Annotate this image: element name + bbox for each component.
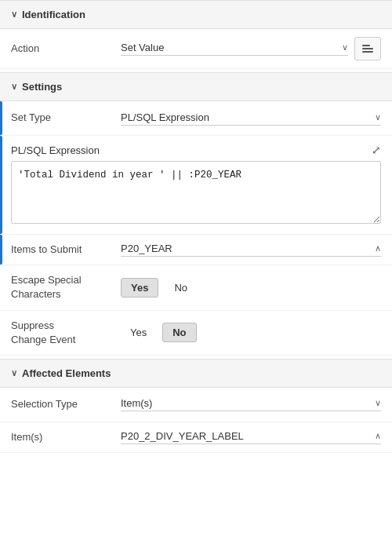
set-type-row: Set Type PL/SQL Expression ∨ — [0, 101, 392, 136]
items-submit-input[interactable]: P20_YEAR ∧ — [121, 243, 381, 257]
blue-accent-bar — [0, 101, 2, 135]
suppress-no-button[interactable]: No — [162, 323, 196, 342]
items-submit-field-value: P20_YEAR ∧ — [121, 243, 381, 257]
suppress-row: Suppress Change Event Yes No — [0, 311, 392, 356]
action-label: Action — [11, 42, 121, 56]
pl-sql-label: PL/SQL Expression — [11, 144, 100, 156]
selection-type-label: Selection Type — [11, 397, 121, 411]
affected-elements-title: Affected Elements — [22, 367, 111, 379]
pl-sql-row: PL/SQL Expression ⤢ 'Total Dividend in y… — [0, 136, 392, 235]
selection-type-value: Item(s) — [121, 397, 152, 409]
set-type-label: Set Type — [11, 111, 121, 125]
affected-elements-header[interactable]: ∨ Affected Elements — [0, 359, 392, 388]
set-type-chevron-down-icon: ∨ — [375, 112, 381, 122]
identification-header[interactable]: ∨ Identification — [0, 0, 392, 29]
set-type-field-value: PL/SQL Expression ∨ — [121, 111, 381, 126]
selection-type-select[interactable]: Item(s) ∨ — [121, 397, 381, 411]
list-icon — [362, 45, 373, 53]
escape-label: Escape Special Characters — [11, 273, 121, 301]
action-selected-value: Set Value — [121, 42, 164, 53]
items-submit-value: P20_YEAR — [121, 243, 172, 254]
selection-type-chevron-down-icon: ∨ — [375, 398, 381, 408]
items-row-label: Item(s) — [11, 430, 121, 444]
items-row-field-value: P20_2_DIV_YEAR_LABEL ∧ — [121, 430, 381, 444]
pl-sql-expand-icon[interactable]: ⤢ — [372, 144, 381, 156]
action-field-value: Set Value ∨ — [121, 37, 381, 60]
items-submit-chevron-up-icon: ∧ — [375, 243, 381, 254]
items-row: Item(s) P20_2_DIV_YEAR_LABEL ∧ — [0, 422, 392, 453]
suppress-label: Suppress Change Event — [11, 319, 121, 347]
pl-sql-blue-bar — [0, 136, 2, 234]
items-row-input[interactable]: P20_2_DIV_YEAR_LABEL ∧ — [121, 430, 381, 444]
selection-type-row: Selection Type Item(s) ∨ — [0, 388, 392, 422]
selection-type-field-value: Item(s) ∨ — [121, 397, 381, 411]
action-list-button[interactable] — [354, 37, 381, 60]
suppress-field-value: Yes No — [121, 323, 381, 342]
items-submit-row: Items to Submit P20_YEAR ∧ — [0, 235, 392, 265]
items-row-value: P20_2_DIV_YEAR_LABEL — [121, 430, 244, 442]
escape-no-button[interactable]: No — [165, 279, 197, 297]
escape-field-value: Yes No — [121, 278, 381, 298]
items-submit-label: Items to Submit — [11, 243, 121, 257]
pl-sql-textarea[interactable]: 'Total Dividend in year ' || :P20_YEAR — [11, 161, 381, 224]
set-type-selected-value: PL/SQL Expression — [121, 111, 209, 123]
identification-chevron-icon: ∨ — [11, 9, 17, 20]
escape-row: Escape Special Characters Yes No — [0, 265, 392, 310]
action-chevron-down-icon: ∨ — [342, 42, 348, 53]
suppress-yes-button[interactable]: Yes — [121, 323, 156, 341]
settings-header[interactable]: ∨ Settings — [0, 72, 392, 101]
action-select[interactable]: Set Value ∨ — [121, 42, 348, 56]
affected-elements-chevron-icon: ∨ — [11, 368, 17, 378]
set-type-select[interactable]: PL/SQL Expression ∨ — [121, 111, 381, 126]
action-row: Action Set Value ∨ — [0, 29, 392, 69]
settings-chevron-icon: ∨ — [11, 82, 17, 92]
identification-title: Identification — [22, 9, 85, 20]
items-submit-blue-bar — [0, 235, 2, 265]
items-row-chevron-up-icon: ∧ — [375, 431, 381, 441]
settings-title: Settings — [22, 81, 62, 93]
pl-sql-label-row: PL/SQL Expression ⤢ — [11, 144, 381, 156]
escape-yes-button[interactable]: Yes — [121, 278, 158, 298]
